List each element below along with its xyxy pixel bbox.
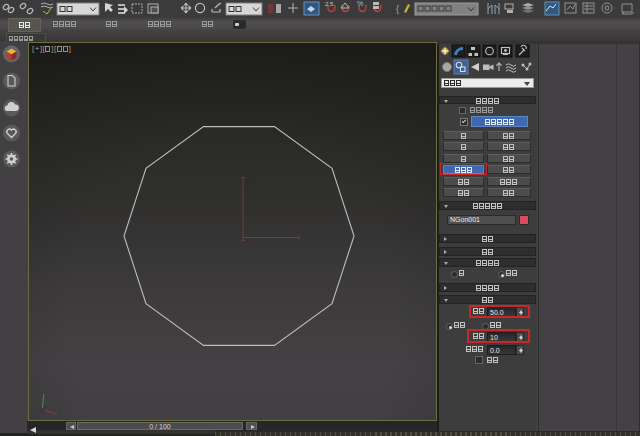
svg-text:2.5: 2.5 [325, 1, 334, 7]
svg-text:%: % [357, 0, 363, 7]
svg-text:{: { [396, 4, 399, 14]
